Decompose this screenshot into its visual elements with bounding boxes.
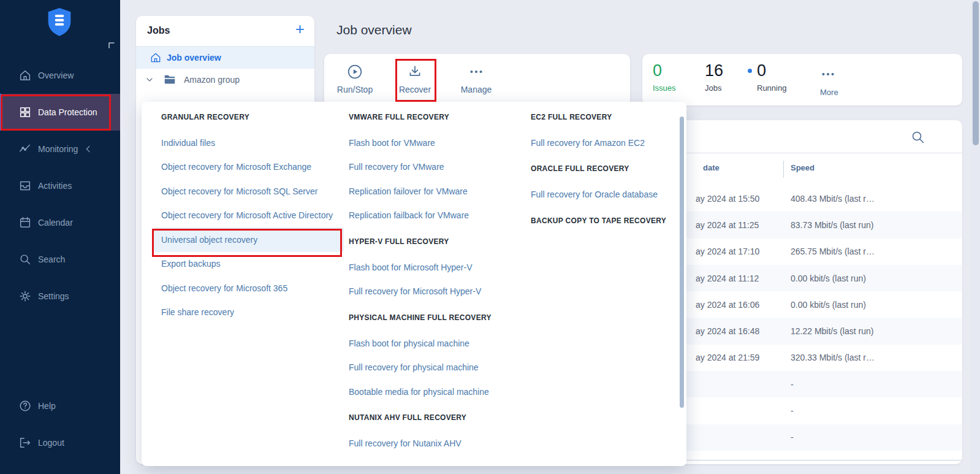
- menu-item[interactable]: Full recovery for Amazon EC2: [523, 131, 674, 155]
- cell-speed: 408.43 Mbit/s (last r…: [791, 194, 875, 204]
- menu-item[interactable]: Universal object recovery: [154, 227, 344, 252]
- menu-scrollbar-thumb[interactable]: [680, 117, 684, 408]
- jobs-tree-item-job-overview[interactable]: Job overview: [136, 47, 314, 69]
- sidebar-item-monitoring[interactable]: Monitoring: [0, 131, 120, 167]
- cell-date: ay 2024 at 15:50: [696, 194, 759, 204]
- menu-item[interactable]: Export backups: [154, 252, 344, 277]
- jobs-tree-item-label: Job overview: [167, 53, 221, 63]
- menu-item[interactable]: Replication failback for VMware: [341, 204, 525, 228]
- sidebar-item-label: Monitoring: [38, 144, 78, 154]
- column-header-speed[interactable]: Speed: [791, 163, 815, 172]
- cell-date: ay 2024 at 21:59: [696, 353, 759, 362]
- sidebar-item-label: Help: [38, 401, 56, 411]
- page-scrollbar-thumb[interactable]: [973, 1, 979, 145]
- cell-speed: 83.73 Mbit/s (last run): [791, 220, 873, 230]
- table-row[interactable]: ay 2024 at 11:12 0.00 kbit/s (last run): [642, 265, 962, 291]
- menu-section-heading: PHYSICAL MACHINE FULL RECOVERY: [341, 304, 525, 331]
- collapse-sidebar-chevron-icon[interactable]: [83, 144, 93, 154]
- menu-item[interactable]: Flash boot for VMware: [341, 131, 525, 155]
- sidebar-item-label: Search: [38, 254, 65, 264]
- menu-item[interactable]: File share recovery: [154, 300, 344, 325]
- sidebar-item-calendar[interactable]: Calendar: [0, 204, 120, 241]
- sidebar-resize-handle-icon[interactable]: [108, 40, 115, 48]
- menu-item[interactable]: Full recovery for physical machine: [341, 356, 525, 380]
- menu-item[interactable]: Object recovery for Microsoft SQL Server: [154, 179, 344, 204]
- menu-item[interactable]: Object recovery for Microsoft Exchange: [154, 155, 344, 180]
- jobs-label: Jobs: [705, 83, 723, 93]
- table-row[interactable]: -: [642, 371, 962, 397]
- recover-dropdown-menu: GRANULAR RECOVERYIndividual filesObject …: [142, 102, 686, 466]
- menu-item[interactable]: Replication failover for VMware: [341, 179, 525, 204]
- stats-more-button[interactable]: More: [820, 61, 838, 97]
- job-stats-card: 0 Issues 16 Jobs 0 Running More: [642, 54, 962, 105]
- cell-date: ay 2024 at 17:10: [696, 247, 759, 256]
- stat-jobs[interactable]: 16 Jobs: [705, 61, 723, 93]
- inbox-icon: [18, 179, 32, 193]
- sidebar-item-data-protection[interactable]: Data Protection: [0, 94, 120, 131]
- jobs-panel-header: Jobs +: [136, 16, 314, 47]
- add-job-button[interactable]: +: [295, 21, 305, 37]
- sidebar-item-settings[interactable]: Settings: [0, 278, 120, 315]
- sidebar-item-activities[interactable]: Activities: [0, 167, 120, 204]
- menu-section-heading: VMWARE FULL RECOVERY: [341, 103, 525, 131]
- sidebar-item-logout[interactable]: Logout: [0, 424, 120, 461]
- menu-item[interactable]: Individual files: [154, 131, 344, 155]
- more-label: More: [820, 88, 838, 97]
- stat-issues[interactable]: 0 Issues: [653, 61, 676, 93]
- table-row[interactable]: -: [642, 397, 962, 424]
- table-row[interactable]: ay 2024 at 21:59 320.33 Mbit/s (last r…: [642, 345, 962, 371]
- sidebar: Overview Data Protection Monitoring Acti…: [0, 0, 120, 474]
- jobs-tree-item-label: Amazon group: [184, 75, 240, 85]
- manage-button[interactable]: Manage: [446, 64, 507, 101]
- table-row[interactable]: ay 2024 at 15:50 408.43 Mbit/s (last r…: [642, 185, 962, 212]
- menu-item[interactable]: Object recovery for Microsoft Active Dir…: [154, 204, 344, 228]
- table-row[interactable]: ay 2024 at 16:48 12.22 Mbit/s (last run): [642, 318, 962, 344]
- manage-label: Manage: [446, 85, 507, 94]
- run-stop-button[interactable]: Run/Stop: [324, 64, 386, 101]
- search-icon: [911, 130, 925, 145]
- recover-menu-column-virtual: VMWARE FULL RECOVERYFlash boot for VMwar…: [341, 103, 525, 456]
- menu-item[interactable]: Full recovery for Microsoft Hyper-V: [341, 280, 525, 304]
- issues-label: Issues: [653, 83, 676, 93]
- jobs-tree-item-amazon-group[interactable]: Amazon group: [136, 69, 314, 91]
- jobs-table-card: date Speed ay 2024 at 15:50 408.43 Mbit/…: [642, 120, 962, 464]
- cell-speed: 0.00 kbit/s (last run): [791, 273, 866, 283]
- menu-item[interactable]: Full recovery for Nutanix AHV: [341, 432, 525, 456]
- sidebar-bottom-nav: Help Logout: [0, 388, 120, 461]
- sidebar-item-label: Overview: [38, 71, 74, 80]
- menu-item[interactable]: Full recovery for VMware: [341, 155, 525, 180]
- grid-icon: [18, 105, 32, 119]
- sidebar-item-label: Settings: [38, 291, 69, 301]
- folder-icon: [163, 73, 177, 86]
- stat-running[interactable]: 0 Running: [748, 61, 786, 93]
- cell-speed: -: [791, 380, 794, 389]
- cell-speed: 265.75 Mbit/s (last r…: [791, 247, 875, 256]
- download-icon: [407, 64, 423, 80]
- menu-item[interactable]: Object recovery for Microsoft 365: [154, 276, 344, 300]
- table-row[interactable]: ay 2024 at 17:10 265.75 Mbit/s (last r…: [642, 239, 962, 265]
- column-header-date[interactable]: date: [703, 163, 720, 172]
- chevron-down-icon[interactable]: [145, 75, 154, 85]
- calendar-icon: [18, 216, 32, 229]
- table-row[interactable]: ay 2024 at 16:06 0.00 kbit/s (last run): [642, 291, 962, 318]
- sidebar-nav: Overview Data Protection Monitoring Acti…: [0, 57, 120, 315]
- menu-item[interactable]: Bootable media for physical machine: [341, 380, 525, 404]
- column-divider: [783, 161, 784, 178]
- table-search-row: [642, 120, 962, 153]
- recover-button[interactable]: Recover: [384, 64, 446, 101]
- sidebar-item-overview[interactable]: Overview: [0, 57, 120, 94]
- menu-item[interactable]: Full recovery for Oracle database: [523, 183, 674, 207]
- cell-date: ay 2024 at 11:25: [696, 220, 759, 230]
- menu-section-heading: ORACLE FULL RECOVERY: [523, 155, 674, 183]
- running-label: Running: [757, 83, 786, 93]
- sidebar-item-help[interactable]: Help: [0, 388, 120, 424]
- table-row[interactable]: ay 2024 at 11:25 83.73 Mbit/s (last run): [642, 212, 962, 238]
- table-search-button[interactable]: [911, 130, 925, 145]
- job-actions-toolbar: Run/Stop Recover Manage: [324, 54, 630, 109]
- sidebar-item-search[interactable]: Search: [0, 241, 120, 278]
- logout-icon: [18, 436, 32, 449]
- menu-item[interactable]: Flash boot for physical machine: [341, 331, 525, 356]
- menu-item[interactable]: Flash boot for Microsoft Hyper-V: [341, 255, 525, 280]
- page-title: Job overview: [336, 23, 412, 37]
- table-row[interactable]: -: [642, 424, 962, 451]
